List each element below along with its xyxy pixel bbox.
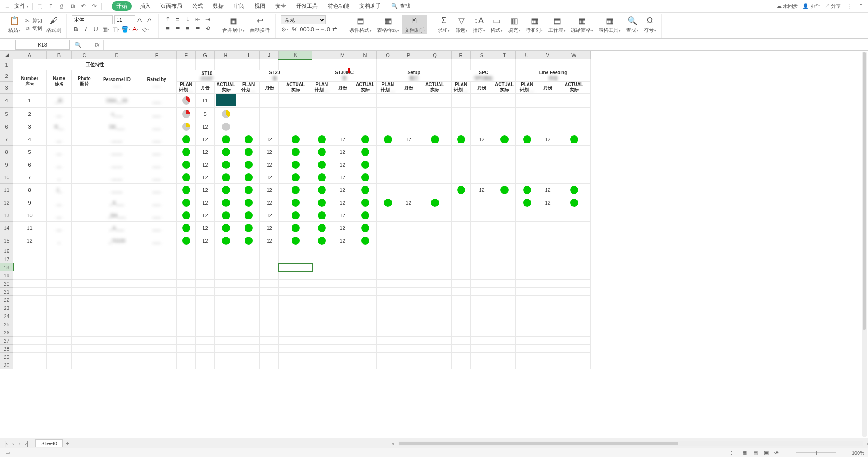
cell-A27[interactable]: [13, 337, 47, 345]
row-header-15[interactable]: 15: [0, 234, 13, 247]
cell-T23[interactable]: [493, 304, 516, 312]
cell-K17[interactable]: [279, 255, 312, 263]
row-header-12[interactable]: 12: [0, 196, 13, 209]
vertical-scrollbar[interactable]: [862, 52, 867, 437]
cell-I18[interactable]: [237, 263, 260, 271]
bold-icon[interactable]: B: [71, 25, 80, 34]
row-header-1[interactable]: 1: [0, 59, 13, 70]
align-center-icon[interactable]: ≣: [173, 24, 182, 33]
align-middle-icon[interactable]: ≡: [173, 15, 182, 24]
cell-G26[interactable]: [196, 328, 215, 337]
cell-R22[interactable]: [452, 296, 471, 304]
cell-R17[interactable]: [452, 255, 471, 263]
cell-K27[interactable]: [279, 337, 312, 345]
cell-W27[interactable]: [557, 337, 591, 345]
currency-icon[interactable]: ⊙▾: [280, 25, 289, 34]
cell-V19[interactable]: [538, 271, 557, 280]
add-sheet-icon[interactable]: +: [66, 440, 69, 447]
col-header-A[interactable]: A: [13, 51, 47, 59]
cell-D30[interactable]: [97, 361, 137, 369]
cell-N28[interactable]: [354, 345, 377, 353]
row-header-28[interactable]: 28: [0, 345, 13, 353]
cell-C19[interactable]: [72, 271, 97, 280]
name-box[interactable]: K18: [15, 40, 70, 50]
cell-L26[interactable]: [312, 328, 331, 337]
cell-P19[interactable]: [399, 271, 418, 280]
row-header-2[interactable]: 2: [0, 70, 13, 82]
cell-M16[interactable]: [331, 247, 354, 255]
cell-F18[interactable]: [177, 263, 196, 271]
cell-T17[interactable]: [493, 255, 516, 263]
file-menu[interactable]: 文件 ▾: [14, 2, 28, 10]
cell-E17[interactable]: [137, 255, 177, 263]
clear-format-icon[interactable]: ◇▾: [141, 25, 150, 34]
cell-V28[interactable]: [538, 345, 557, 353]
cell-I22[interactable]: [237, 296, 260, 304]
cell-V16[interactable]: [538, 247, 557, 255]
cell-V22[interactable]: [538, 296, 557, 304]
tab-next-icon[interactable]: ›: [17, 440, 22, 447]
undo-icon[interactable]: ↶: [80, 3, 87, 10]
cell-A18[interactable]: [13, 263, 47, 271]
cell-H26[interactable]: [215, 328, 237, 337]
row-header-19[interactable]: 19: [0, 271, 13, 280]
cell-W17[interactable]: [557, 255, 591, 263]
cell-C16[interactable]: [72, 247, 97, 255]
cell-F21[interactable]: [177, 288, 196, 296]
cell-O17[interactable]: [377, 255, 399, 263]
cell-F26[interactable]: [177, 328, 196, 337]
indent-dec-icon[interactable]: ⇤: [193, 15, 202, 24]
col-header-P[interactable]: P: [399, 51, 418, 59]
cell-B16[interactable]: [47, 247, 72, 255]
cell-A17[interactable]: [13, 255, 47, 263]
cell-H28[interactable]: [215, 345, 237, 353]
cell-E27[interactable]: [137, 337, 177, 345]
cell-W21[interactable]: [557, 288, 591, 296]
cell-O24[interactable]: [377, 312, 399, 320]
row-header-29[interactable]: 29: [0, 353, 13, 361]
row-header-10[interactable]: 10: [0, 171, 13, 184]
cell-G18[interactable]: [196, 263, 215, 271]
cell-I30[interactable]: [237, 361, 260, 369]
cell-L23[interactable]: [312, 304, 331, 312]
cell-A16[interactable]: [13, 247, 47, 255]
cell-V17[interactable]: [538, 255, 557, 263]
zoom-slider[interactable]: [796, 452, 836, 453]
cell-Q25[interactable]: [418, 320, 452, 328]
cell-I26[interactable]: [237, 328, 260, 337]
cell-S24[interactable]: [471, 312, 493, 320]
col-header-N[interactable]: N: [354, 51, 377, 59]
row-header-3[interactable]: 3: [0, 82, 13, 94]
cell-P21[interactable]: [399, 288, 418, 296]
row-header-21[interactable]: 21: [0, 288, 13, 296]
cell-P22[interactable]: [399, 296, 418, 304]
freeze-button[interactable]: ▦冻结窗格▾: [568, 15, 596, 34]
cell-F30[interactable]: [177, 361, 196, 369]
cell-H22[interactable]: [215, 296, 237, 304]
cell-O20[interactable]: [377, 280, 399, 288]
cell-W30[interactable]: [557, 361, 591, 369]
cell-I17[interactable]: [237, 255, 260, 263]
row-header-13[interactable]: 13: [0, 209, 13, 222]
cell-A24[interactable]: [13, 312, 47, 320]
cell-C23[interactable]: [72, 304, 97, 312]
cell-M18[interactable]: [331, 263, 354, 271]
cell-L16[interactable]: [312, 247, 331, 255]
cell-S26[interactable]: [471, 328, 493, 337]
col-header-O[interactable]: O: [377, 51, 399, 59]
cell-T27[interactable]: [493, 337, 516, 345]
cell-K28[interactable]: [279, 345, 312, 353]
row-header-9[interactable]: 9: [0, 158, 13, 171]
cell-A25[interactable]: [13, 320, 47, 328]
col-header-J[interactable]: J: [260, 51, 279, 59]
cell-H16[interactable]: [215, 247, 237, 255]
cell-W20[interactable]: [557, 280, 591, 288]
cell-P28[interactable]: [399, 345, 418, 353]
row-header-4[interactable]: 4: [0, 94, 13, 108]
cell-R26[interactable]: [452, 328, 471, 337]
cell-S16[interactable]: [471, 247, 493, 255]
cell-B19[interactable]: [47, 271, 72, 280]
cell-W24[interactable]: [557, 312, 591, 320]
row-header-27[interactable]: 27: [0, 337, 13, 345]
cell-T18[interactable]: [493, 263, 516, 271]
